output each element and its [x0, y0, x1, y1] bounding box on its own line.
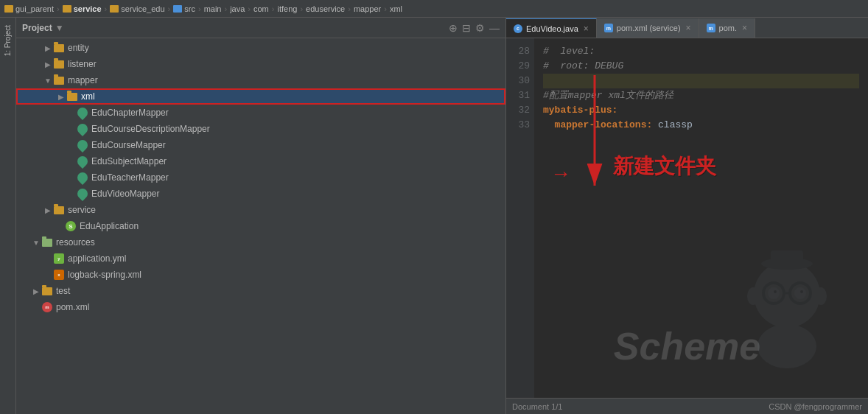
code-line-32: mybatis-plus:	[543, 103, 859, 118]
status-right: CSDN @fengprogrammer	[769, 402, 862, 411]
breadcrumb-item[interactable]: service_edu	[108, 4, 166, 13]
tree-item-test[interactable]: ▶ test	[16, 283, 505, 299]
breadcrumb-label: java	[230, 4, 245, 13]
breadcrumb-sep: ›	[224, 4, 227, 13]
breadcrumb-sep: ›	[198, 4, 201, 13]
xml-icon-logback: x	[53, 269, 65, 281]
folder-icon-entity	[53, 42, 65, 54]
tree-label: EduCourseMapper	[91, 140, 166, 150]
breadcrumb-item[interactable]: com	[252, 4, 270, 13]
sidebar-strip: 1: Project	[0, 18, 16, 414]
line-numbers: 28 29 30 31 32 33	[506, 38, 534, 398]
code-line-28: # level:	[543, 44, 859, 59]
java-file-icon: c	[514, 24, 522, 33]
breadcrumb-item[interactable]: eduservice	[304, 4, 346, 13]
tree-container: ▶ entity ▶ listener ▼ mapper ▶ xml	[16, 38, 505, 414]
folder-icon	[173, 5, 182, 13]
no-arrow	[66, 189, 77, 199]
tree-label: EduCourseDescriptionMapper	[91, 124, 210, 134]
tree-label: EduVideoMapper	[91, 189, 160, 199]
breadcrumb-item-service[interactable]: service	[61, 4, 103, 13]
tree-label: pom.xml	[56, 302, 89, 312]
tree-item-EduVideoMapper[interactable]: EduVideoMapper	[16, 186, 505, 202]
tree-item-service[interactable]: ▶ service	[16, 202, 505, 218]
tree-item-application-yml[interactable]: y application.yml	[16, 250, 505, 267]
breadcrumb-label: mapper	[354, 4, 381, 13]
panel-dropdown-icon[interactable]: ▼	[55, 23, 64, 33]
breadcrumb-item[interactable]: gui_parent	[3, 4, 55, 13]
expand-arrow: ▶	[43, 205, 53, 215]
tab-eduvideo-java[interactable]: c EduVideo.java ×	[506, 18, 597, 38]
expand-arrow: ▶	[43, 43, 53, 53]
breadcrumb-item[interactable]: main	[203, 4, 223, 13]
mapper-icon-EduChapterMapper	[77, 107, 88, 119]
folder-icon-test	[41, 285, 53, 297]
tree-label: application.yml	[68, 253, 126, 264]
svg-point-5	[768, 287, 780, 299]
tree-item-EduApplication[interactable]: S EduApplication	[16, 218, 505, 234]
no-arrow	[66, 124, 77, 134]
folder-icon	[4, 5, 13, 13]
code-line-30	[543, 74, 859, 88]
tree-item-EduChapterMapper[interactable]: EduChapterMapper	[16, 105, 505, 121]
breadcrumb-label: com	[253, 4, 269, 13]
breadcrumb-label[interactable]: gui_parent	[15, 4, 54, 13]
editor-tabs: c EduVideo.java × m pom.xml (service) × …	[506, 18, 868, 38]
mapper-icon-EduTeacherMapper	[77, 172, 88, 183]
breadcrumb-label: eduservice	[306, 4, 345, 13]
folder-icon-resources	[41, 236, 53, 248]
tab-pom-service[interactable]: m pom.xml (service) ×	[597, 18, 699, 38]
hide-icon[interactable]: —	[489, 22, 500, 34]
breadcrumb-item[interactable]: itfeng	[276, 4, 298, 13]
no-arrow	[43, 270, 53, 280]
folder-icon-xml	[66, 91, 78, 102]
tree-label: EduSubjectMapper	[91, 156, 167, 166]
tree-item-mapper[interactable]: ▼ mapper	[16, 72, 505, 88]
svg-point-11	[747, 287, 759, 305]
tab-label: pom.xml (service)	[617, 24, 681, 32]
locate-icon[interactable]: ⊕	[449, 22, 458, 34]
breadcrumb-label[interactable]: service	[74, 4, 102, 13]
no-arrow	[66, 156, 77, 166]
breadcrumb-label: itfeng	[277, 4, 297, 13]
tab-close-button[interactable]: ×	[742, 23, 747, 33]
tree-item-EduSubjectMapper[interactable]: EduSubjectMapper	[16, 153, 505, 169]
no-arrow	[66, 172, 77, 183]
tree-label: test	[56, 286, 70, 296]
breadcrumb-label: main	[204, 4, 222, 13]
tree-item-resources[interactable]: ▼ resources	[16, 234, 505, 250]
breadcrumb-label: xml	[390, 4, 402, 13]
tree-item-EduCourseDescriptionMapper[interactable]: EduCourseDescriptionMapper	[16, 121, 505, 137]
expand-arrow: ▶	[56, 91, 66, 102]
mascot-svg	[721, 243, 853, 376]
breadcrumb-label: src	[184, 4, 195, 13]
tree-item-EduCourseMapper[interactable]: EduCourseMapper	[16, 137, 505, 153]
settings-icon[interactable]: ⚙	[475, 22, 485, 34]
tab-close-button[interactable]: ×	[686, 23, 691, 33]
tree-item-pom-xml[interactable]: m pom.xml	[16, 299, 505, 315]
main-layout: 1: Project Project ▼ ⊕ ⊟ ⚙ — ▶ entity	[0, 18, 868, 414]
breadcrumb-sep: ›	[105, 4, 108, 13]
breadcrumb-item[interactable]: src	[172, 4, 197, 13]
breadcrumb-item[interactable]: xml	[388, 4, 404, 13]
folder-icon-service	[53, 204, 65, 216]
collapse-icon[interactable]: ⊟	[462, 22, 471, 34]
mapper-icon-EduCourseDescriptionMapper	[77, 123, 88, 135]
tree-item-logback-spring-xml[interactable]: x logback-spring.xml	[16, 267, 505, 283]
breadcrumb-sep: ›	[348, 4, 351, 13]
tree-item-listener[interactable]: ▶ listener	[16, 56, 505, 72]
status-bar: Document 1/1 CSDN @fengprogrammer	[506, 398, 868, 414]
tree-label: xml	[81, 91, 95, 102]
tree-label: mapper	[68, 75, 98, 85]
tree-item-EduTeacherMapper[interactable]: EduTeacherMapper	[16, 169, 505, 186]
tree-label: EduApplication	[80, 221, 139, 231]
tree-item-xml[interactable]: ▶ xml	[16, 88, 505, 105]
tab-pom[interactable]: m pom. ×	[699, 18, 755, 38]
status-left: Document 1/1	[512, 402, 562, 411]
tab-close-button[interactable]: ×	[584, 24, 589, 34]
breadcrumb-item[interactable]: java	[228, 4, 246, 13]
tree-item-entity[interactable]: ▶ entity	[16, 40, 505, 56]
no-arrow	[31, 302, 41, 312]
sidebar-tab-project[interactable]: 1: Project	[2, 21, 13, 60]
breadcrumb-item[interactable]: mapper	[352, 4, 382, 13]
